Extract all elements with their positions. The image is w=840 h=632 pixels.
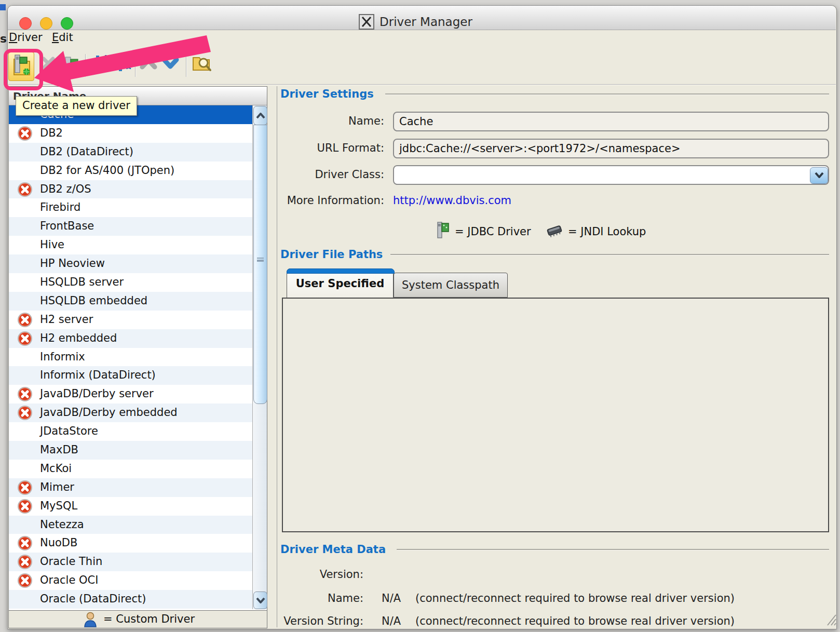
chevron-up-icon [139, 57, 158, 72]
driver-class-combobox[interactable] [393, 165, 829, 185]
driver-list-item[interactable]: McKoi [9, 460, 253, 478]
x11-app-icon [359, 14, 374, 32]
section-divider [385, 93, 829, 95]
driver-meta-data-title: Driver Meta Data [280, 543, 386, 556]
meta-name-label: Name: [228, 592, 363, 604]
driver-list-item[interactable]: DB2 z/OS [9, 180, 253, 199]
missing-driver-icon [17, 126, 33, 141]
driver-list-item[interactable]: JDataStore [9, 422, 253, 441]
minimize-button[interactable] [40, 17, 52, 30]
tab-system-classpath[interactable]: System Classpath [394, 273, 508, 298]
driver-name: Mimer [40, 481, 74, 493]
more-information-link[interactable]: http://www.dbvis.com [393, 194, 511, 207]
move-down-button[interactable] [160, 53, 181, 76]
driver-name: Informix [40, 351, 85, 363]
find-driver-file-icon [191, 53, 213, 75]
resize-grip[interactable] [824, 613, 837, 628]
driver-list-item[interactable]: HSQLDB embedded [9, 292, 253, 311]
driver-name: JavaDB/Derby server [40, 387, 154, 400]
name-field[interactable]: Cache [393, 112, 829, 131]
driver-name: DB2 (DataDirect) [40, 145, 133, 158]
name-label: Name: [280, 115, 384, 127]
toolbar-separator [135, 54, 136, 77]
window-title: Driver Manager [380, 15, 472, 29]
driver-list-item[interactable]: DB2 for AS/400 (JTOpen) [9, 162, 253, 180]
toolbar-separator [186, 54, 187, 77]
driver-list-item[interactable]: Netezza [9, 516, 253, 534]
sort-descending-icon: A Z [90, 53, 109, 75]
find-driver-file-button[interactable] [190, 53, 214, 76]
meta-name-note: (connect/reconnect required to browse re… [415, 592, 735, 604]
panel-divider[interactable] [277, 86, 277, 627]
driver-name: HSQLDB server [40, 276, 124, 288]
menu-edit[interactable]: Edit [52, 31, 73, 44]
missing-driver-icon [17, 499, 33, 514]
driver-name: Informix (DataDirect) [40, 369, 156, 381]
jndi-lookup-icon [545, 223, 564, 240]
svg-text:Z: Z [126, 55, 131, 62]
driver-list-item[interactable]: Oracle Thin [9, 553, 253, 571]
zoom-button[interactable] [61, 17, 73, 30]
driver-name: DB2 z/OS [40, 183, 91, 195]
driver-list-item[interactable]: FrontBase [9, 217, 253, 236]
sort-ascending-icon: Z A [113, 53, 131, 75]
more-information-label: More Information: [280, 194, 384, 207]
driver-list-item[interactable]: JavaDB/Derby server [9, 385, 253, 404]
version-string-note: (connect/reconnect required to browse re… [415, 615, 735, 627]
driver-list-scrollbar[interactable] [252, 105, 267, 609]
driver-list-item[interactable]: MaxDB [9, 441, 253, 460]
driver-list: CacheDB2DB2 (DataDirect)DB2 for AS/400 (… [9, 105, 253, 609]
missing-driver-icon [17, 331, 33, 346]
url-format-field[interactable]: jdbc:Cache://<server>:<port1972>/<namesp… [393, 139, 829, 158]
driver-list-item[interactable]: MySQL [9, 497, 253, 516]
driver-settings-title: Driver Settings [280, 88, 374, 100]
driver-class-dropdown-button[interactable] [810, 167, 828, 184]
chevron-down-icon [814, 171, 824, 181]
driver-name: Oracle OCI [40, 574, 98, 586]
tab-label: System Classpath [402, 279, 499, 291]
tab-label: User Specified [296, 277, 384, 290]
driver-list-item[interactable]: H2 embedded [9, 329, 253, 348]
driver-list-item[interactable]: H2 server [9, 311, 253, 329]
close-button[interactable] [19, 17, 32, 30]
move-up-button[interactable] [138, 53, 159, 76]
driver-name: Firebird [40, 201, 80, 213]
driver-list-item[interactable]: Informix (DataDirect) [9, 366, 253, 385]
driver-list-item[interactable]: Hive [9, 236, 253, 254]
driver-list-item[interactable]: Mimer [9, 478, 253, 497]
titlebar[interactable]: Driver Manager [8, 6, 836, 30]
driver-name: Oracle (DataDirect) [40, 593, 146, 605]
scrollbar-up-button[interactable] [253, 106, 267, 125]
file-paths-panel[interactable] [282, 298, 829, 532]
driver-list-item[interactable]: JavaDB/Derby embedded [9, 404, 253, 422]
driver-list-item[interactable]: DB2 [9, 124, 253, 143]
tab-user-specified[interactable]: User Specified [287, 268, 394, 298]
scrollbar-thumb[interactable] [253, 125, 267, 404]
sort-ascending-button[interactable]: Z A [111, 53, 133, 76]
svg-text:A: A [126, 63, 131, 71]
driver-list-item[interactable]: Firebird [9, 198, 253, 217]
driver-list-item[interactable]: Informix [9, 348, 253, 367]
menu-driver[interactable]: Driver [9, 31, 43, 44]
driver-list-item[interactable]: NuoDB [9, 534, 253, 553]
scrollbar-grip [257, 258, 264, 262]
driver-name: H2 embedded [40, 332, 117, 344]
custom-driver-legend-text: = Custom Driver [103, 613, 195, 625]
driver-list-item[interactable]: Oracle OCI [9, 571, 253, 590]
missing-driver-icon [17, 554, 33, 570]
driver-list-item[interactable]: DB2 (DataDirect) [9, 143, 253, 162]
copy-driver-button[interactable] [61, 53, 82, 76]
driver-name: JavaDB/Derby embedded [40, 406, 178, 419]
sort-descending-button[interactable]: A Z [88, 53, 110, 76]
driver-name: Oracle Thin [40, 555, 102, 568]
driver-list-item[interactable]: HSQLDB server [9, 273, 253, 292]
driver-name: McKoi [40, 462, 72, 475]
custom-driver-person-icon [84, 612, 97, 630]
driver-name: HP Neoview [40, 257, 105, 270]
driver-name: DB2 [40, 127, 63, 139]
driver-name: FrontBase [40, 220, 94, 232]
driver-list-item[interactable]: Oracle (DataDirect) [9, 590, 253, 609]
background-window-text-fragment: s [0, 32, 7, 45]
driver-file-paths-title: Driver File Paths [280, 248, 383, 261]
driver-list-item[interactable]: HP Neoview [9, 254, 253, 273]
